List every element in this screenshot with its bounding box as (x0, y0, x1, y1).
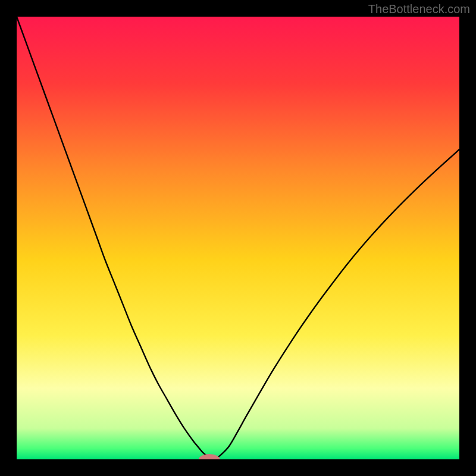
watermark-text: TheBottleneck.com (368, 2, 470, 16)
gradient-bg (17, 17, 459, 459)
plot-area (17, 17, 459, 459)
chart-svg (17, 17, 459, 459)
chart-frame: TheBottleneck.com (0, 0, 476, 476)
